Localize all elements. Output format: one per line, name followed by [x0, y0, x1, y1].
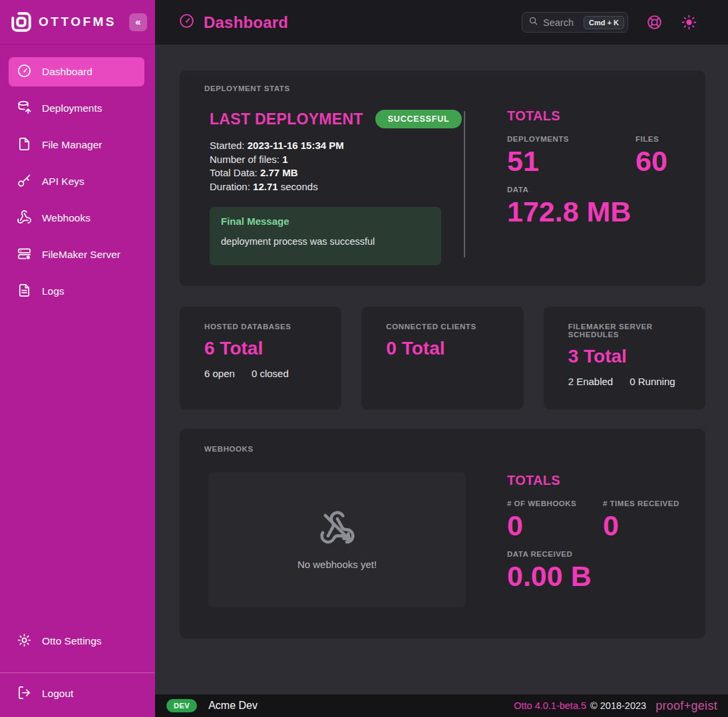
sidebar-item-deployments[interactable]: Deployments: [9, 94, 144, 123]
sidebar: OTTOFMS « Dashboard: [0, 0, 155, 717]
footer-bar: DEV Acme Dev Otto 4.0.1-beta.5 © 2018-20…: [155, 694, 728, 717]
totals-title: TOTALS: [507, 108, 667, 124]
webhook-icon: [17, 210, 32, 227]
key-icon: [17, 173, 32, 191]
card-value: 6 Total: [204, 338, 323, 359]
sidebar-item-label: Logs: [42, 285, 65, 297]
deployment-detail-row: Number of files: 1: [210, 153, 464, 167]
deployment-stats-label: DEPLOYMENT STATS: [204, 84, 705, 92]
sidebar-item-dashboard[interactable]: Dashboard: [9, 57, 144, 86]
sidebar-item-file-manager[interactable]: File Manager: [9, 130, 144, 160]
page-title-wrap: Dashboard: [178, 13, 288, 32]
page-title: Dashboard: [204, 13, 288, 32]
search-shortcut-badge: Cmd + K: [584, 16, 624, 29]
logout-icon: [17, 685, 32, 703]
webhooks-label: WEBHOOKS: [204, 445, 705, 453]
sidebar-item-label: FileMaker Server: [42, 249, 120, 261]
sidebar-item-label: Dashboard: [42, 66, 92, 78]
webhook-off-icon: [319, 509, 356, 549]
gear-icon: [17, 633, 32, 650]
theme-toggle-sun-button[interactable]: [681, 14, 697, 31]
last-deployment-panel: LAST DEPLOYMENT SUCCESSFUL Started: 2023…: [204, 107, 464, 265]
proof-geist-logo: proof+geist: [655, 699, 717, 713]
webhooks-empty-message: No webhooks yet!: [297, 559, 377, 570]
stat-files: FILES 60: [636, 135, 667, 177]
deployment-detail-row: Total Data: 2.77 MB: [210, 166, 464, 180]
connected-clients-card: CONNECTED CLIENTS 0 Total: [361, 307, 523, 410]
sidebar-item-webhooks[interactable]: Webhooks: [9, 204, 144, 233]
final-message-text: deployment process was successful: [221, 236, 430, 247]
card-label: CONNECTED CLIENTS: [386, 323, 504, 331]
webhooks-card: WEBHOOKS No webhooks yet!: [180, 429, 705, 639]
database-upload-icon: [17, 100, 32, 118]
server-name: Acme Dev: [208, 700, 258, 712]
document-lines-icon: [17, 283, 32, 301]
sidebar-item-label: Otto Settings: [42, 635, 102, 647]
sidebar-item-label: Deployments: [42, 102, 102, 114]
webhooks-body: No webhooks yet! TOTALS # OF WEBHOOKS 0 …: [204, 472, 705, 607]
sidebar-item-api-keys[interactable]: API Keys: [9, 167, 144, 196]
card-details: 2 Enabled0 Running: [568, 376, 687, 387]
file-icon: [17, 136, 32, 154]
card-details: 6 open0 closed: [204, 368, 323, 379]
sidebar-item-label: Webhooks: [42, 212, 91, 224]
gauge-icon: [178, 13, 195, 32]
final-message-title: Final Message: [221, 215, 430, 227]
otto-logo-icon: [9, 10, 33, 34]
gauge-icon: [17, 63, 32, 81]
sidebar-item-filemaker-server[interactable]: FileMaker Server: [9, 240, 144, 269]
sidebar-header: OTTOFMS «: [0, 0, 155, 45]
deployment-detail-row: Duration: 12.71 seconds: [210, 180, 464, 194]
topbar: Dashboard Cmd + K: [155, 0, 728, 45]
sidebar-nav: Dashboard Deployments: [0, 45, 155, 306]
hosted-databases-card: HOSTED DATABASES 6 Total 6 open0 closed: [180, 307, 341, 410]
app-version: Otto 4.0.1-beta.5: [514, 700, 586, 711]
dashboard-content: DEPLOYMENT STATS LAST DEPLOYMENT SUCCESS…: [155, 45, 728, 694]
search-box[interactable]: Cmd + K: [522, 12, 628, 33]
card-value: 0 Total: [386, 338, 504, 359]
sidebar-bottom: Otto Settings Logout: [0, 627, 155, 717]
deployment-detail-row: Started: 2023-11-16 15:34 PM: [210, 139, 464, 153]
totals-title: TOTALS: [507, 473, 679, 488]
main-area: Dashboard Cmd + K: [155, 0, 728, 717]
deployment-details: Started: 2023-11-16 15:34 PM Number of f…: [210, 139, 464, 194]
copyright: © 2018-2023: [590, 700, 646, 711]
stat-deployments: DEPLOYMENTS 51: [507, 135, 636, 177]
app-window: OTTOFMS « Dashboard: [0, 0, 728, 717]
sidebar-collapse-button[interactable]: «: [129, 13, 147, 31]
sidebar-item-label: File Manager: [42, 139, 102, 151]
stat-cards-row: HOSTED DATABASES 6 Total 6 open0 closed …: [180, 307, 705, 410]
stat-webhook-count: # OF WEBHOOKS 0: [507, 500, 603, 541]
deployment-totals-panel: TOTALS DEPLOYMENTS 51 FILES 60: [465, 107, 667, 265]
env-badge: DEV: [166, 699, 197, 712]
sidebar-item-logs[interactable]: Logs: [9, 277, 144, 306]
stat-times-received: # TIMES RECEIVED 0: [603, 500, 679, 541]
topbar-actions: Cmd + K: [522, 12, 697, 33]
card-label: HOSTED DATABASES: [204, 323, 323, 331]
final-message-box: Final Message deployment process was suc…: [210, 207, 441, 265]
app-logo-text: OTTOFMS: [39, 15, 116, 29]
search-input[interactable]: [543, 17, 579, 28]
card-value: 3 Total: [568, 346, 687, 367]
deployment-stats-card: DEPLOYMENT STATS LAST DEPLOYMENT SUCCESS…: [180, 71, 705, 286]
sidebar-item-logout[interactable]: Logout: [9, 679, 144, 708]
webhooks-totals-panel: TOTALS # OF WEBHOOKS 0 # TIMES RECEIVED …: [466, 472, 679, 607]
sidebar-item-label: Logout: [42, 688, 73, 700]
stat-data-received: DATA RECEIVED 0.00 B: [507, 550, 679, 592]
fms-schedules-card: FILEMAKER SERVER SCHEDULES 3 Total 2 Ena…: [544, 307, 705, 410]
footer-right: Otto 4.0.1-beta.5 © 2018-2023 proof+geis…: [514, 699, 717, 713]
search-icon: [528, 16, 538, 29]
sidebar-item-otto-settings[interactable]: Otto Settings: [9, 627, 144, 656]
last-deployment-title: LAST DEPLOYMENT: [210, 110, 363, 128]
deployment-status-badge: SUCCESSFUL: [375, 110, 462, 128]
deployment-stats-body: LAST DEPLOYMENT SUCCESSFUL Started: 2023…: [204, 107, 705, 265]
sidebar-item-label: API Keys: [42, 176, 85, 188]
help-lifebuoy-button[interactable]: [646, 14, 663, 31]
stat-data: DATA 172.8 MB: [507, 186, 667, 227]
server-gear-icon: [17, 246, 32, 264]
sidebar-divider: [0, 672, 155, 673]
card-label: FILEMAKER SERVER SCHEDULES: [568, 323, 687, 339]
webhooks-empty-panel: No webhooks yet!: [208, 472, 466, 607]
